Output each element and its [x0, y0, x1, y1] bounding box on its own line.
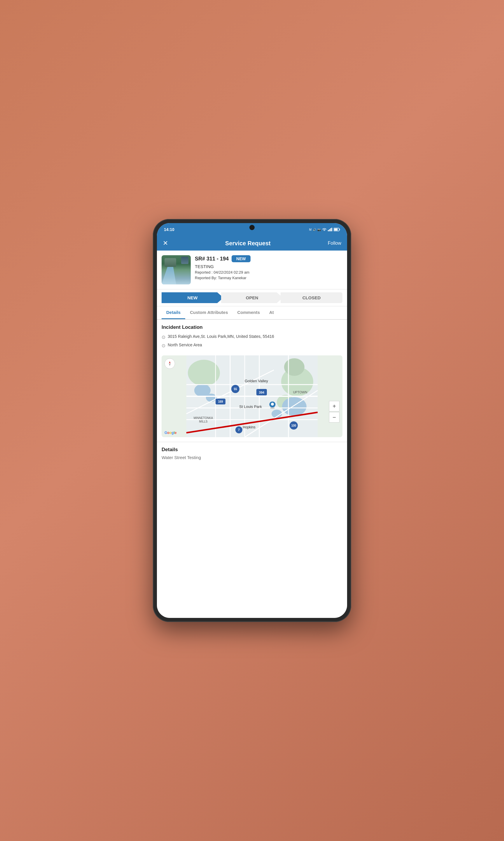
- incident-location-title: Incident Location: [162, 324, 342, 330]
- map-container[interactable]: 394 55 169 100 7: [162, 355, 342, 437]
- sr-description: TESTING: [195, 264, 342, 269]
- progress-stepper: NEW OPEN CLOSED: [157, 289, 347, 306]
- sr-reported-date: Reported : 04/22/2024 02:29 am: [195, 270, 342, 274]
- stepper-new[interactable]: NEW: [162, 292, 223, 303]
- map-compass[interactable]: [164, 358, 175, 369]
- status-time: 14:10: [164, 227, 175, 232]
- svg-marker-35: [169, 363, 170, 366]
- wifi-icon: [322, 228, 327, 231]
- svg-marker-34: [169, 361, 170, 363]
- svg-point-13: [206, 394, 216, 402]
- svg-text:MILLS: MILLS: [199, 420, 208, 423]
- details-text: Water Street Testing: [162, 455, 342, 460]
- sr-info: SR# 311 - 194 NEW TESTING Reported : 04/…: [195, 255, 342, 280]
- svg-point-8: [188, 360, 220, 386]
- svg-text:St Louis Park: St Louis Park: [239, 405, 262, 409]
- follow-button[interactable]: Follow: [328, 241, 341, 246]
- svg-text:MINNETONKA: MINNETONKA: [194, 416, 213, 419]
- close-button[interactable]: ✕: [163, 239, 168, 247]
- svg-text:UPTOWN: UPTOWN: [293, 391, 307, 394]
- svg-text:100: 100: [291, 424, 296, 427]
- tab-comments[interactable]: Comments: [232, 306, 265, 319]
- svg-rect-5: [340, 229, 340, 230]
- incident-location-section: Incident Location ⊙ 3015 Raleigh Ave,St.…: [157, 320, 347, 355]
- google-logo: Google: [164, 431, 177, 435]
- service-area-row: ⊙ North Service Area: [162, 342, 342, 348]
- zoom-in-button[interactable]: +: [329, 401, 340, 411]
- svg-text:55: 55: [234, 388, 237, 391]
- svg-rect-6: [334, 229, 338, 231]
- zoom-out-button[interactable]: −: [329, 412, 340, 423]
- signal-icon: [328, 228, 332, 231]
- svg-point-33: [271, 403, 274, 406]
- service-area-text: North Service Area: [168, 342, 202, 348]
- details-section-title: Details: [162, 447, 342, 452]
- tab-custom-attributes[interactable]: Custom Attributes: [185, 306, 232, 319]
- service-area-icon: ⊙: [162, 343, 165, 348]
- stepper-closed[interactable]: CLOSED: [281, 292, 342, 303]
- page-title: Service Request: [225, 240, 271, 247]
- svg-rect-1: [329, 229, 330, 231]
- address-text: 3015 Raleigh Ave,St. Louis Park,MN, Unit…: [168, 334, 274, 340]
- tab-bar: Details Custom Attributes Comments At: [157, 306, 347, 320]
- sr-image: [162, 255, 191, 285]
- sr-reporter: Reported By: Tanmay Kanekar: [195, 276, 342, 280]
- status-badge: NEW: [232, 255, 251, 262]
- location-icon: ⊙: [162, 334, 165, 340]
- tab-at[interactable]: At: [265, 306, 278, 319]
- sr-number: SR# 311 - 194: [195, 256, 229, 262]
- sr-card: SR# 311 - 194 NEW TESTING Reported : 04/…: [157, 251, 347, 289]
- svg-rect-2: [330, 228, 331, 231]
- svg-rect-3: [331, 228, 332, 231]
- svg-point-10: [284, 358, 305, 376]
- tab-details[interactable]: Details: [162, 306, 185, 319]
- svg-text:7: 7: [238, 428, 240, 432]
- stepper-open[interactable]: OPEN: [221, 292, 283, 303]
- svg-text:Hopkins: Hopkins: [243, 425, 255, 429]
- app-header: ✕ Service Request Follow: [157, 236, 347, 251]
- map-zoom-controls: + −: [329, 401, 340, 423]
- address-row: ⊙ 3015 Raleigh Ave,St. Louis Park,MN, Un…: [162, 334, 342, 340]
- svg-rect-0: [328, 230, 329, 231]
- svg-text:169: 169: [218, 400, 223, 403]
- content-area: SR# 311 - 194 NEW TESTING Reported : 04/…: [157, 251, 347, 618]
- svg-text:394: 394: [259, 391, 265, 394]
- battery-icon: [334, 228, 340, 231]
- details-section: Details Water Street Testing: [157, 442, 347, 465]
- svg-text:Golden Valley: Golden Valley: [245, 379, 268, 383]
